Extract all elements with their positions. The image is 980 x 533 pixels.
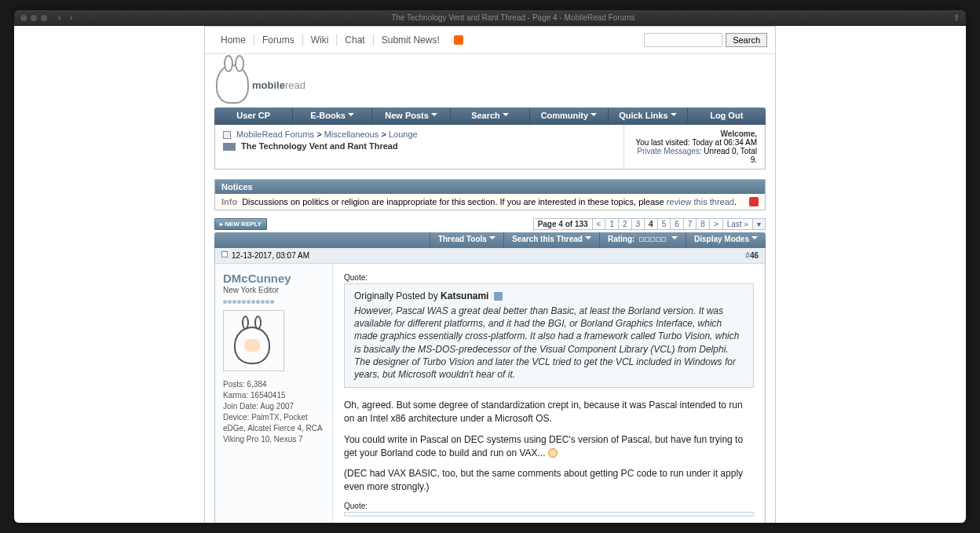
window-titlebar: ‹ › The Technology Vent and Rant Thread …: [14, 10, 966, 26]
top-nav: Home Forums Wiki Chat Submit News! Searc…: [205, 27, 775, 54]
notice-body: Info Discussions on politics or religion…: [215, 194, 765, 210]
logo-text-light: read: [285, 79, 305, 91]
notices-box: Notices Info Discussions on politics or …: [214, 179, 766, 210]
post-body: DMcCunney New York Editor Posts: 6,384: [215, 264, 765, 523]
user-title: New York Editor: [223, 286, 324, 294]
post-status-icon: [221, 251, 228, 257]
user-stats: Posts: 6,384 Karma: 16540415 Join Date: …: [223, 379, 324, 445]
search-button[interactable]: Search: [726, 33, 767, 47]
post-paragraph-1: Oh, agreed. But some degree of standardi…: [344, 399, 754, 425]
new-reply-button[interactable]: NEW REPLY: [214, 218, 267, 230]
nav-community[interactable]: Community: [530, 108, 609, 125]
nav-search[interactable]: Search: [451, 108, 529, 125]
pagination: Page 4 of 133 < 1 2 3 4 5 6 7 8 > Last »…: [534, 218, 766, 230]
page-5[interactable]: 5: [657, 218, 671, 230]
nav-new-posts[interactable]: New Posts: [372, 108, 451, 125]
page-3[interactable]: 3: [631, 218, 645, 230]
post-date: 12-13-2017, 03:07 AM: [232, 251, 309, 260]
private-messages: Private Messages: Unread 0, Total 9.: [632, 147, 757, 164]
back-button[interactable]: ‹: [58, 13, 60, 22]
thread-title: The Technology Vent and Rant Thread: [241, 141, 398, 151]
post-author-link[interactable]: DMcCunney: [223, 272, 324, 285]
close-dot[interactable]: [20, 15, 27, 21]
page-1[interactable]: 1: [605, 218, 619, 230]
view-post-icon[interactable]: [494, 292, 503, 301]
avatar[interactable]: [223, 310, 284, 371]
topnav-home[interactable]: Home: [213, 35, 254, 46]
topnav-submit-news[interactable]: Submit News!: [374, 35, 448, 46]
logo-text-bold: mobile: [252, 79, 285, 91]
page-last[interactable]: Last »: [722, 218, 753, 230]
zoom-dot[interactable]: [41, 15, 47, 21]
logo-area: mobileread: [205, 54, 775, 108]
nav-log-out[interactable]: Log Out: [688, 108, 766, 125]
rank-pips: [223, 297, 324, 305]
pm-link[interactable]: Private Messages: [637, 147, 699, 155]
quoted-text: However, Pascal WAS a great deal better …: [354, 305, 744, 381]
notice-link[interactable]: review this thread: [667, 197, 734, 206]
window-title: The Technology Vent and Rant Thread - Pa…: [73, 13, 953, 22]
nav-quick-links[interactable]: Quick Links: [609, 108, 687, 125]
main-navbar: User CP E-Books New Posts Search Communi…: [214, 108, 766, 125]
browser-window: ‹ › The Technology Vent and Rant Thread …: [14, 10, 966, 523]
folder-icon: [223, 131, 231, 139]
post-paragraph-3: (DEC had VAX BASIC, too, but the same co…: [344, 467, 754, 494]
quote-attribution: Originally Posted by Katsunami: [354, 290, 744, 301]
page-8[interactable]: 8: [696, 218, 710, 230]
dismiss-notice-icon[interactable]: [749, 197, 759, 206]
page-content: Home Forums Wiki Chat Submit News! Searc…: [204, 26, 776, 523]
bc-forums[interactable]: MobileRead Forums: [236, 130, 314, 139]
notices-header: Notices: [215, 180, 765, 194]
user-info-column: DMcCunney New York Editor Posts: 6,384: [215, 264, 333, 523]
nav-ebooks[interactable]: E-Books: [293, 108, 371, 125]
breadcrumb-box: MobileRead Forums > Miscellaneous > Loun…: [214, 125, 766, 170]
display-modes-menu[interactable]: Display Modes: [686, 232, 766, 248]
reload-icon[interactable]: [223, 143, 236, 151]
page-prev[interactable]: <: [592, 218, 606, 230]
breadcrumb: MobileRead Forums > Miscellaneous > Loun…: [215, 125, 623, 169]
search-input[interactable]: [644, 33, 722, 47]
bc-misc[interactable]: Miscellaneous: [324, 130, 379, 139]
rss-icon[interactable]: [454, 35, 463, 45]
welcome-label: Welcome,: [632, 130, 757, 138]
last-visited: You last visited: Today at 06:34 AM: [632, 138, 757, 147]
quote-box: Originally Posted by Katsunami However, …: [344, 283, 754, 388]
topnav-wiki[interactable]: Wiki: [303, 35, 338, 46]
site-logo[interactable]: mobileread: [214, 60, 307, 108]
bc-lounge[interactable]: Lounge: [389, 130, 418, 139]
quote-label-1: Quote:: [344, 273, 754, 282]
page-7[interactable]: 7: [683, 218, 697, 230]
nav-user-cp[interactable]: User CP: [214, 108, 293, 125]
rating-menu[interactable]: Rating:: [599, 232, 686, 248]
page-indicator: Page 4 of 133: [533, 218, 593, 230]
page-viewport[interactable]: Home Forums Wiki Chat Submit News! Searc…: [14, 26, 966, 523]
traffic-lights: [20, 15, 47, 21]
header-search: Search: [644, 33, 767, 47]
minimize-dot[interactable]: [31, 15, 37, 21]
share-icon[interactable]: ⇪: [953, 13, 960, 22]
topnav-forums[interactable]: Forums: [254, 35, 303, 46]
rating-stars-icon: [639, 235, 667, 243]
page-menu-dropdown[interactable]: ▾: [752, 218, 766, 230]
notice-text: Discussions on politics or religion are …: [242, 197, 737, 206]
welcome-box: Welcome, You last visited: Today at 06:3…: [623, 125, 765, 169]
info-tag: Info: [221, 197, 237, 206]
nav-buttons: ‹ ›: [58, 13, 73, 22]
thread-tools-bar: Thread Tools Search this Thread Rating: …: [214, 232, 766, 248]
post-header: 12-13-2017, 03:07 AM #46: [215, 248, 765, 264]
smiley-icon: [548, 448, 558, 458]
toolbar-row: NEW REPLY Page 4 of 133 < 1 2 3 4 5 6 7 …: [214, 218, 766, 230]
page-next[interactable]: >: [709, 218, 723, 230]
page-6[interactable]: 6: [670, 218, 684, 230]
thread-tools-menu[interactable]: Thread Tools: [430, 232, 503, 248]
post: 12-13-2017, 03:07 AM #46 DMcCunney New Y…: [214, 248, 766, 523]
post-number: #46: [745, 251, 759, 260]
quote-box-2-truncated: [344, 512, 754, 517]
topnav-chat[interactable]: Chat: [337, 35, 373, 46]
avatar-image: [234, 317, 273, 364]
page-4-current: 4: [644, 218, 658, 230]
message-column: Quote: Originally Posted by Katsunami Ho…: [333, 264, 765, 523]
search-thread-menu[interactable]: Search this Thread: [503, 232, 599, 248]
quote-label-2: Quote:: [344, 502, 754, 510]
page-2[interactable]: 2: [618, 218, 632, 230]
